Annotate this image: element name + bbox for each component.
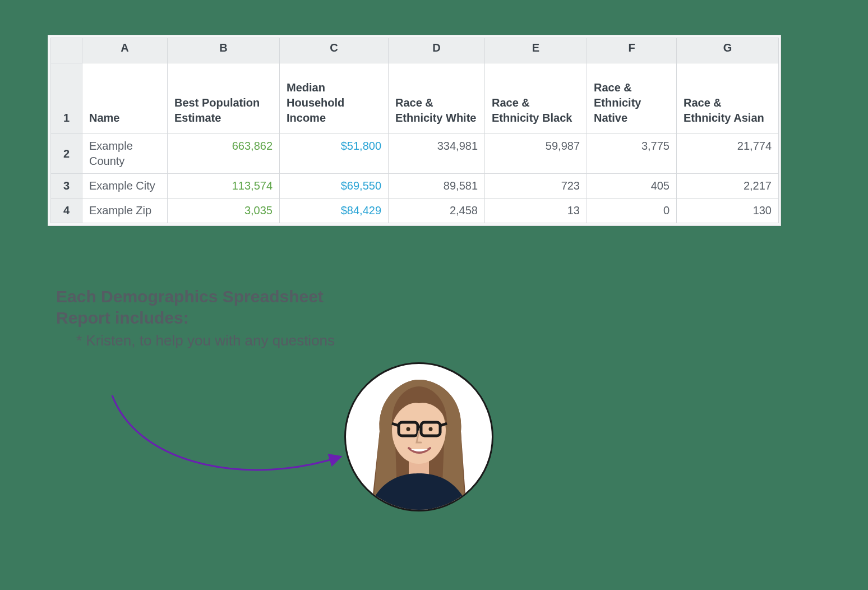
col-letter-f: F <box>587 38 677 63</box>
col-letter-d: D <box>389 38 485 63</box>
cell-asian: 2,217 <box>677 174 779 199</box>
svg-point-8 <box>429 427 433 431</box>
table-row: 2 Example County 663,862 $51,800 334,981… <box>51 134 779 174</box>
row-number: 2 <box>51 134 82 174</box>
cell-black: 13 <box>485 199 587 223</box>
caption-block: Each Demographics Spreadsheet Report inc… <box>56 286 364 351</box>
cell-income: $69,550 <box>280 174 389 199</box>
row-number: 1 <box>51 63 82 134</box>
spreadsheet-table: A B C D E F G 1 Name Best Population Est… <box>50 38 779 223</box>
cell-native: 405 <box>587 174 677 199</box>
col-letter-e: E <box>485 38 587 63</box>
cell-name: Example Zip <box>82 199 168 223</box>
header-white: Race & Ethnicity White <box>389 63 485 134</box>
column-letter-row: A B C D E F G <box>51 38 779 63</box>
cell-native: 3,775 <box>587 134 677 174</box>
header-pop: Best Population Estimate <box>168 63 280 134</box>
cell-income: $51,800 <box>280 134 389 174</box>
col-letter-a: A <box>82 38 168 63</box>
cell-name: Example County <box>82 134 168 174</box>
cell-asian: 21,774 <box>677 134 779 174</box>
cell-pop: 663,862 <box>168 134 280 174</box>
header-income: Median Household Income <box>280 63 389 134</box>
cell-name: Example City <box>82 174 168 199</box>
bullet-text: Kristen, to help you with any questions <box>86 332 335 349</box>
corner-cell <box>51 38 82 63</box>
cell-white: 89,581 <box>389 174 485 199</box>
cell-income: $84,429 <box>280 199 389 223</box>
caption-bullet: * Kristen, to help you with any question… <box>76 331 364 351</box>
caption-title: Each Demographics Spreadsheet Report inc… <box>56 286 364 328</box>
cell-black: 59,987 <box>485 134 587 174</box>
table-header-row: 1 Name Best Population Estimate Median H… <box>51 63 779 134</box>
cell-asian: 130 <box>677 199 779 223</box>
cell-native: 0 <box>587 199 677 223</box>
cell-white: 334,981 <box>389 134 485 174</box>
cell-pop: 113,574 <box>168 174 280 199</box>
cell-black: 723 <box>485 174 587 199</box>
avatar-kristen <box>344 362 493 511</box>
cell-pop: 3,035 <box>168 199 280 223</box>
header-black: Race & Ethnicity Black <box>485 63 587 134</box>
row-number: 3 <box>51 174 82 199</box>
spreadsheet-panel: A B C D E F G 1 Name Best Population Est… <box>48 35 781 226</box>
row-number: 4 <box>51 199 82 223</box>
cell-white: 2,458 <box>389 199 485 223</box>
svg-point-7 <box>407 427 410 431</box>
table-row: 3 Example City 113,574 $69,550 89,581 72… <box>51 174 779 199</box>
col-letter-g: G <box>677 38 779 63</box>
col-letter-c: C <box>280 38 389 63</box>
arrow-icon <box>107 390 348 491</box>
table-row: 4 Example Zip 3,035 $84,429 2,458 13 0 1… <box>51 199 779 223</box>
header-asian: Race & Ethnicity Asian <box>677 63 779 134</box>
header-name: Name <box>82 63 168 134</box>
header-native: Race & Ethnicity Native <box>587 63 677 134</box>
bullet-prefix: * <box>76 332 86 349</box>
col-letter-b: B <box>168 38 280 63</box>
